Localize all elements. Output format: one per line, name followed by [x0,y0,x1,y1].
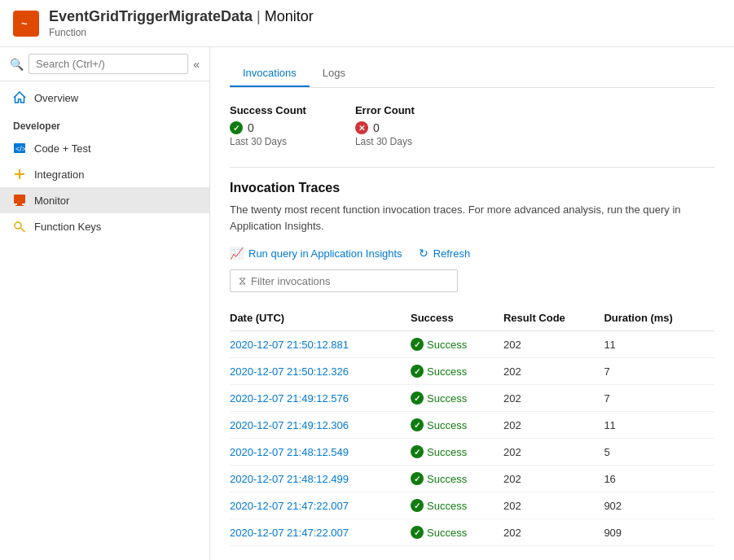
error-icon [355,121,368,134]
sidebar-item-monitor-label: Monitor [34,195,69,207]
invocations-table: Date (UTC) Success Result Code Duration … [230,305,714,546]
key-icon [13,220,26,233]
page-header: ~ EventGridTriggerMigrateData | Monitor … [0,0,734,47]
error-count-metric: Error Count 0 Last 30 Days [355,104,415,147]
cell-success: Success [411,519,503,546]
action-bar: 📈 Run query in Application Insights ↻ Re… [230,247,714,260]
cell-duration: 5 [604,439,714,466]
table-row: 2020-12-07 21:48:12.549Success2025 [230,439,714,466]
cell-result-code: 202 [503,519,604,546]
overview-icon [13,91,26,104]
sidebar-item-overview-label: Overview [34,92,78,104]
success-count-label: Success Count [230,104,306,116]
table-row: 2020-12-07 21:48:12.499Success20216 [230,466,714,492]
tab-logs[interactable]: Logs [310,60,358,87]
refresh-button[interactable]: ↻ Refresh [419,247,471,260]
date-link[interactable]: 2020-12-07 21:47:22.007 [230,500,349,512]
table-row: 2020-12-07 21:50:12.881Success20211 [230,331,714,358]
sidebar-item-code-test[interactable]: </> Code + Test [0,135,209,161]
cell-date: 2020-12-07 21:50:12.881 [230,331,411,358]
cell-date: 2020-12-07 21:47:22.007 [230,492,411,519]
cell-result-code: 202 [503,385,604,412]
success-icon [230,121,243,134]
cell-duration: 7 [604,385,714,412]
date-link[interactable]: 2020-12-07 21:50:12.881 [230,339,349,351]
date-link[interactable]: 2020-12-07 21:48:12.499 [230,473,349,485]
error-count-sub: Last 30 Days [355,136,415,147]
cell-result-code: 202 [503,492,604,519]
table-row: 2020-12-07 21:47:22.007Success202909 [230,519,714,546]
success-count-value: 0 [230,121,306,134]
sidebar: 🔍 « Overview Developer </> Code + Test [0,47,210,560]
success-check-icon [411,392,424,405]
cell-success: Success [411,412,503,439]
cell-duration: 11 [604,331,714,358]
col-header-success: Success [411,305,503,331]
cell-date: 2020-12-07 21:47:22.007 [230,519,411,546]
main-content: Invocations Logs Success Count 0 Last 30… [210,47,734,560]
sidebar-item-integration-label: Integration [34,168,84,181]
run-query-link[interactable]: 📈 Run query in Application Insights [230,247,402,260]
date-link[interactable]: 2020-12-07 21:49:12.576 [230,392,349,405]
col-header-result-code: Result Code [503,305,604,331]
cell-date: 2020-12-07 21:48:12.499 [230,466,411,492]
success-count-sub: Last 30 Days [230,136,306,147]
page-title: EventGridTriggerMigrateData | Monitor [49,8,314,25]
refresh-icon: ↻ [419,247,429,260]
date-link[interactable]: 2020-12-07 21:49:12.306 [230,419,349,431]
sidebar-item-code-test-label: Code + Test [34,142,91,155]
sidebar-item-integration[interactable]: Integration [0,161,209,187]
table-header: Date (UTC) Success Result Code Duration … [230,305,714,331]
svg-text:~: ~ [21,18,28,30]
sidebar-search-container: 🔍 « [0,47,209,81]
col-header-duration: Duration (ms) [604,305,714,331]
success-check-icon [411,338,424,351]
success-check-icon [411,526,424,539]
metrics-container: Success Count 0 Last 30 Days Error Count… [230,104,714,147]
search-input[interactable] [29,54,188,74]
cell-result-code: 202 [503,466,604,492]
cell-result-code: 202 [503,331,604,358]
code-icon: </> [13,142,26,155]
cell-success: Success [411,358,503,385]
cell-success: Success [411,385,503,412]
error-count-value: 0 [355,121,415,134]
svg-text:</>: </> [15,145,26,153]
header-text: EventGridTriggerMigrateData | Monitor Fu… [49,8,314,38]
invocation-traces-section: Invocation Traces The twenty most recent… [230,181,714,546]
monitor-icon [13,194,26,207]
table-body: 2020-12-07 21:50:12.881Success202112020-… [230,331,714,546]
chart-icon: 📈 [230,247,244,260]
date-link[interactable]: 2020-12-07 21:50:12.326 [230,365,349,378]
cell-success: Success [411,492,503,519]
search-icon: 🔍 [10,58,24,71]
cell-duration: 909 [604,519,714,546]
svg-point-8 [15,222,21,229]
sidebar-collapse-button[interactable]: « [193,58,200,71]
sidebar-item-monitor[interactable]: Monitor [0,187,209,213]
filter-input[interactable] [251,275,449,287]
tab-invocations[interactable]: Invocations [230,60,310,87]
filter-box: ⧖ [230,269,458,292]
cell-success: Success [411,466,503,492]
date-link[interactable]: 2020-12-07 21:47:22.007 [230,527,349,539]
cell-date: 2020-12-07 21:49:12.306 [230,412,411,439]
cell-date: 2020-12-07 21:48:12.549 [230,439,411,466]
header-subtitle: Function [49,27,314,38]
sidebar-item-overview[interactable]: Overview [0,85,209,111]
cell-success: Success [411,439,503,466]
date-link[interactable]: 2020-12-07 21:48:12.549 [230,446,349,458]
svg-point-4 [18,173,21,176]
cell-duration: 11 [604,412,714,439]
sidebar-item-function-keys[interactable]: Function Keys [0,213,209,239]
invocation-traces-title: Invocation Traces [230,181,714,195]
table-row: 2020-12-07 21:47:22.007Success202902 [230,492,714,519]
success-check-icon [411,445,424,458]
cell-date: 2020-12-07 21:49:12.576 [230,385,411,412]
svg-rect-7 [15,205,24,206]
tabs-container: Invocations Logs [230,60,714,88]
integration-icon [13,168,26,181]
cell-result-code: 202 [503,439,604,466]
svg-rect-5 [14,195,25,203]
filter-icon: ⧖ [239,274,246,287]
